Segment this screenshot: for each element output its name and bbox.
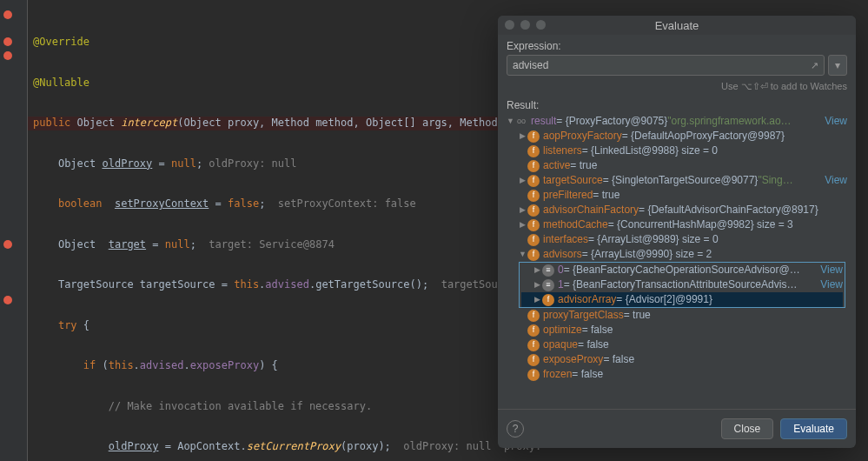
field-icon: f	[527, 354, 540, 366]
gutter-marker[interactable]	[3, 10, 12, 19]
breakpoint-icon[interactable]	[3, 296, 12, 304]
close-button[interactable]: Close	[721, 418, 774, 439]
tree-row[interactable]: flisteners = {LinkedList@9988} size = 0	[507, 144, 847, 158]
tree-row[interactable]: ▶fmethodCache = {ConcurrentHashMap@9982}…	[507, 217, 847, 232]
expand-icon[interactable]: ▶	[519, 203, 526, 217]
object-icon: oo	[515, 116, 527, 128]
field-icon: f	[527, 234, 540, 246]
tree-row[interactable]: ▶≡0 = {BeanFactoryCacheOperationSourceAd…	[521, 263, 843, 277]
field-icon: f	[527, 145, 540, 157]
expression-input[interactable]: advised ↗	[507, 55, 825, 76]
tree-row[interactable]: ▶≡1 = {BeanFactoryTransactionAttributeSo…	[521, 277, 843, 292]
dialog-title-bar[interactable]: Evaluate	[498, 16, 856, 35]
expand-icon[interactable]: ▼	[507, 114, 514, 129]
tree-row-advisorArray[interactable]: ▶f advisorArray = {Advisor[2]@9991}	[521, 292, 843, 307]
expression-value: advised	[513, 59, 548, 71]
view-link[interactable]: View	[815, 277, 843, 292]
field-icon: f	[527, 324, 540, 337]
field-icon: f	[527, 190, 540, 202]
tree-row-advisors[interactable]: ▼f advisors = {ArrayList@9990} size = 2	[507, 247, 847, 262]
field-icon: f	[527, 219, 540, 231]
field-icon: f	[527, 160, 540, 172]
breakpoint-icon[interactable]	[3, 51, 12, 60]
watch-hint: Use ⌥⇧⏎ to add to Watches	[507, 81, 847, 92]
dialog-footer: ? Close Evaluate	[498, 409, 856, 448]
field-icon: f	[527, 339, 540, 351]
view-link[interactable]: View	[815, 263, 843, 277]
tree-row[interactable]: fopaque = false	[507, 337, 847, 352]
collapse-icon[interactable]: ▼	[519, 247, 526, 262]
result-label: Result:	[507, 99, 847, 111]
tree-row[interactable]: fexposeProxy = false	[507, 352, 847, 367]
field-icon: f	[527, 369, 540, 381]
field-icon: f	[542, 294, 554, 306]
field-icon: f	[527, 204, 540, 217]
gutter-marker[interactable]	[3, 37, 12, 46]
expression-label: Expression:	[507, 40, 847, 52]
window-controls[interactable]	[505, 20, 546, 30]
annotation: @Nullable	[33, 77, 89, 89]
field-icon: ≡	[542, 264, 554, 277]
tree-row[interactable]: ▶fadvisorChainFactory = {DefaultAdvisorC…	[507, 203, 847, 217]
expand-icon[interactable]: ▶	[519, 129, 526, 144]
field-icon: ≡	[542, 279, 554, 291]
tree-row[interactable]: fproxyTargetClass = true	[507, 308, 847, 323]
annotation: @Override	[33, 36, 89, 48]
dialog-title: Evaluate	[655, 19, 699, 32]
expand-icon[interactable]: ▶	[519, 173, 526, 188]
tree-row[interactable]: ▶ftargetSource = {SingletonTargetSource@…	[507, 173, 847, 188]
tree-row-result[interactable]: ▼oo result = {ProxyFactory@9075} "org.sp…	[507, 114, 847, 129]
tree-row[interactable]: factive = true	[507, 158, 847, 173]
tree-row[interactable]: fpreFiltered = true	[507, 188, 847, 203]
expand-icon[interactable]: ▶	[533, 263, 540, 277]
code-area[interactable]: @Override @Nullable public Object interc…	[33, 9, 560, 461]
evaluate-dialog: Evaluate Expression: advised ↗ ▾ Use ⌥⇧⏎…	[498, 16, 856, 448]
help-button[interactable]: ?	[507, 420, 524, 438]
gutter	[0, 0, 28, 461]
evaluate-button[interactable]: Evaluate	[780, 418, 847, 439]
tree-row[interactable]: finterfaces = {ArrayList@9989} size = 0	[507, 232, 847, 247]
expand-icon[interactable]: ↗	[811, 60, 818, 71]
field-icon: f	[527, 310, 540, 322]
breakpoint-icon[interactable]	[3, 240, 12, 249]
tree-row[interactable]: ▶faopProxyFactory = {DefaultAopProxyFact…	[507, 129, 847, 144]
expand-icon[interactable]: ▶	[533, 292, 540, 307]
expand-icon[interactable]: ▶	[519, 217, 526, 232]
view-link[interactable]: View	[819, 173, 847, 188]
result-tree[interactable]: ▼oo result = {ProxyFactory@9075} "org.sp…	[507, 114, 847, 400]
tree-row[interactable]: foptimize = false	[507, 323, 847, 337]
history-dropdown[interactable]: ▾	[828, 55, 847, 76]
tree-row[interactable]: ffrozen = false	[507, 367, 847, 382]
field-icon: f	[527, 175, 540, 187]
field-icon: f	[527, 130, 540, 143]
field-icon: f	[527, 249, 540, 261]
expand-icon[interactable]: ▶	[533, 277, 540, 292]
view-link[interactable]: View	[819, 114, 847, 129]
